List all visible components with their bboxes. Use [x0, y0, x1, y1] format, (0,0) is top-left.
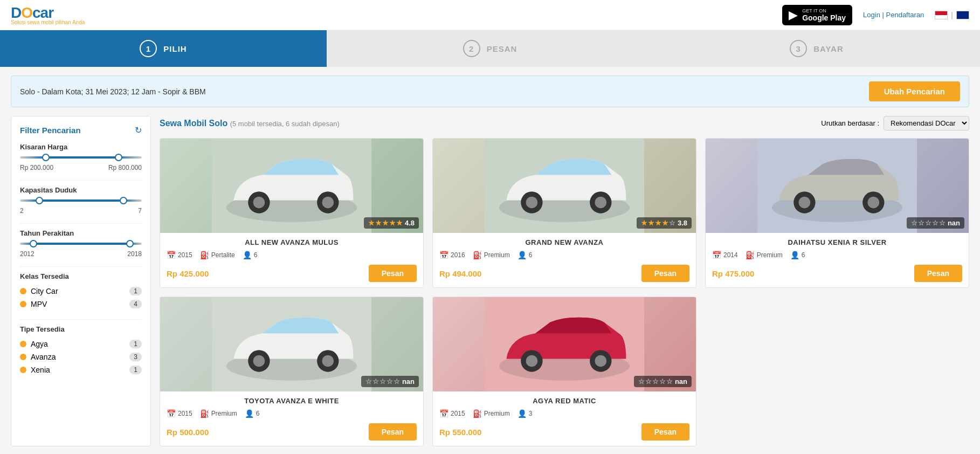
sidebar: Filter Pencarian ↻ Kisaran Harga Rp 200.…: [11, 116, 151, 446]
google-play-small: GET IT ON: [802, 8, 846, 13]
car-year-1: 📅 2016: [439, 251, 465, 259]
ubah-pencarian-button[interactable]: Ubah Pencarian: [869, 81, 960, 101]
car-specs-2: 📅 2014 ⛽ Premium 👤 6: [712, 251, 962, 259]
results-header: Sewa Mobil Solo (5 mobil tersedia, 6 sud…: [160, 116, 969, 130]
filter-harga: Kisaran Harga Rp 200.000 Rp 800.000: [20, 143, 142, 171]
kapasitas-slider-right[interactable]: [120, 197, 127, 204]
tipe-xenia-count: 1: [129, 366, 142, 374]
pesan-button-3[interactable]: Pesan: [369, 423, 417, 441]
kelas-item-mpv[interactable]: MPV 4: [20, 298, 142, 311]
sort-area: Urutkan berdasar : Rekomendasi DOcar Har…: [821, 116, 969, 130]
tipe-item-agya[interactable]: Agya 1: [20, 338, 142, 350]
header: DOcar Solusi sewa mobil pilihan Anda ▶ G…: [0, 0, 980, 30]
car-price-4: Rp 550.000: [439, 428, 481, 437]
register-link[interactable]: Pendaftaran: [886, 11, 924, 19]
kapasitas-slider[interactable]: [20, 200, 142, 202]
svg-point-5: [322, 197, 334, 209]
google-play-button[interactable]: ▶ GET IT ON Google Play: [782, 5, 852, 25]
harga-slider[interactable]: [20, 156, 142, 159]
step-2-circle: 2: [463, 40, 480, 57]
svg-point-15: [799, 197, 811, 209]
car-specs-1: 📅 2016 ⛽ Premium 👤 6: [439, 251, 689, 259]
step-3-label: BAYAR: [813, 44, 844, 53]
person-icon: 👤: [243, 251, 252, 259]
google-play-icon: ▶: [789, 8, 798, 22]
kelas-citycar-count: 1: [129, 287, 142, 295]
car-fuel-4: ⛽ Premium: [473, 409, 510, 418]
car-capacity-3: 👤 6: [245, 409, 260, 418]
car-fuel-0: ⛽ Pertalite: [200, 251, 235, 259]
step-2-label: PESAN: [487, 44, 517, 53]
main-content: Solo - Dalam Kota; 31 Mei 2023; 12 Jam -…: [0, 67, 980, 454]
harga-slider-right[interactable]: [115, 154, 122, 161]
kelas-mpv-label: MPV: [31, 300, 47, 308]
car-capacity-2: 👤 6: [790, 251, 805, 259]
car-info-2: DAIHATSU XENIA R SILVER 📅 2014 ⛽ Premium…: [706, 233, 969, 287]
search-summary-bar: Solo - Dalam Kota; 31 Mei 2023; 12 Jam -…: [11, 75, 969, 107]
tahun-slider-right[interactable]: [126, 240, 134, 247]
fuel-icon: ⛽: [200, 409, 209, 418]
step-3-circle: 3: [790, 40, 807, 57]
results-subtitle: (5 mobil tersedia, 6 sudah dipesan): [230, 120, 340, 128]
step-2[interactable]: 2 PESAN: [327, 30, 653, 67]
calendar-icon: 📅: [439, 251, 448, 259]
car-price-2: Rp 475.000: [712, 269, 754, 278]
svg-point-9: [526, 197, 538, 209]
login-link[interactable]: Login: [863, 11, 880, 19]
filter-tahun-label: Tahun Perakitan: [20, 229, 142, 237]
fuel-icon: ⛽: [473, 409, 482, 418]
car-name-1: GRAND NEW AVANZA: [439, 238, 689, 246]
pesan-button-0[interactable]: Pesan: [369, 265, 417, 282]
results-title-text: Sewa Mobil Solo: [160, 119, 227, 128]
filter-tahun: Tahun Perakitan 2012 2018: [20, 229, 142, 258]
car-fuel-1: ⛽ Premium: [473, 251, 510, 259]
tahun-slider-left[interactable]: [30, 240, 37, 247]
harga-slider-left[interactable]: [42, 154, 50, 161]
car-image-2: ☆☆☆☆☆nan: [706, 139, 969, 233]
car-footer-0: Rp 425.000 Pesan: [167, 265, 417, 282]
flag-id[interactable]: [935, 11, 948, 19]
harga-min: Rp 200.000: [20, 164, 53, 171]
car-card-4: ☆☆☆☆☆nan AGYA RED MATIC 📅 2015 ⛽ Premium…: [432, 297, 696, 446]
tahun-min: 2012: [20, 250, 34, 258]
car-year-3: 📅 2015: [167, 409, 192, 418]
step-1[interactable]: 1 PILIH: [0, 30, 327, 67]
person-icon: 👤: [517, 409, 527, 418]
filter-harga-label: Kisaran Harga: [20, 143, 142, 151]
tipe-item-xenia[interactable]: Xenia 1: [20, 363, 142, 376]
kelas-item-citycar[interactable]: City Car 1: [20, 285, 142, 298]
car-fuel-2: ⛽ Premium: [746, 251, 783, 259]
kelas-dot-citycar: [20, 288, 26, 294]
step-3[interactable]: 3 BAYAR: [653, 30, 980, 67]
fuel-icon: ⛽: [473, 251, 482, 259]
rating-badge-0: ★★★★★4.8: [364, 217, 419, 229]
logo: DOcar Solusi sewa mobil pilihan Anda: [11, 4, 85, 25]
car-name-4: AGYA RED MATIC: [439, 397, 689, 405]
tipe-agya-label: Agya: [31, 340, 48, 348]
svg-point-17: [868, 197, 880, 209]
tahun-slider[interactable]: [20, 243, 142, 245]
pesan-button-4[interactable]: Pesan: [641, 423, 689, 441]
svg-point-3: [253, 197, 265, 209]
kapasitas-slider-left[interactable]: [36, 197, 43, 204]
refresh-icon[interactable]: ↻: [135, 125, 142, 135]
car-grid: ★★★★★4.8 ALL NEW AVANZA MULUS 📅 2015 ⛽ P…: [160, 138, 969, 446]
kapasitas-range-values: 2 7: [20, 207, 142, 215]
car-price-3: Rp 500.000: [167, 428, 209, 437]
flag-en[interactable]: [956, 11, 969, 19]
pesan-button-2[interactable]: Pesan: [914, 265, 962, 282]
filter-kapasitas-label: Kapasitas Duduk: [20, 186, 142, 194]
pesan-button-1[interactable]: Pesan: [641, 265, 689, 282]
tipe-xenia-label: Xenia: [31, 366, 50, 374]
filter-kelas-label: Kelas Tersedia: [20, 272, 142, 280]
tipe-item-avanza[interactable]: Avanza 3: [20, 350, 142, 363]
car-image-0: ★★★★★4.8: [160, 139, 423, 233]
sort-select[interactable]: Rekomendasi DOcar Harga Terendah Harga T…: [884, 116, 969, 130]
car-footer-1: Rp 494.000 Pesan: [439, 265, 689, 282]
kapasitas-min: 2: [20, 207, 24, 215]
svg-point-23: [322, 355, 334, 367]
fuel-icon: ⛽: [200, 251, 209, 259]
rating-badge-3: ☆☆☆☆☆nan: [361, 376, 419, 387]
car-year-0: 📅 2015: [167, 251, 192, 259]
harga-range-values: Rp 200.000 Rp 800.000: [20, 164, 142, 171]
